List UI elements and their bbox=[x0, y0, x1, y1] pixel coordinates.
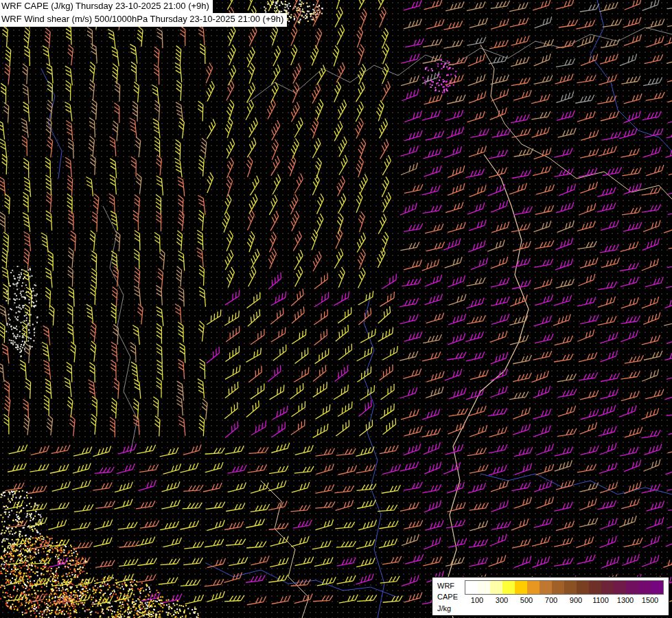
map-canvas bbox=[0, 0, 672, 618]
legend: WRF CAPE J/kg 10030050070090011001300150… bbox=[432, 577, 669, 617]
legend-tick-label: 900 bbox=[570, 596, 582, 604]
legend-color-segment bbox=[478, 581, 490, 594]
legend-color-segment bbox=[527, 581, 540, 594]
legend-text: WRF CAPE J/kg bbox=[437, 580, 458, 615]
legend-color-segment bbox=[614, 581, 626, 594]
map-header: WRF CAPE (J/kg) Thursday 23-10-2025 21:0… bbox=[0, 0, 287, 27]
legend-color-segment bbox=[638, 581, 651, 594]
legend-color-segment bbox=[552, 581, 564, 594]
legend-tick-labels: 100300500700900110013001500 bbox=[465, 595, 664, 605]
legend-tick-label: 1500 bbox=[642, 596, 658, 604]
header-title-cape: WRF CAPE (J/kg) Thursday 23-10-2025 21:0… bbox=[0, 0, 213, 13]
legend-tick-label: 500 bbox=[520, 596, 533, 604]
legend-color-segment bbox=[589, 581, 601, 594]
weather-map: WRF CAPE (J/kg) Thursday 23-10-2025 21:0… bbox=[0, 0, 672, 618]
legend-variable-label: CAPE bbox=[437, 591, 458, 603]
legend-units-label: J/kg bbox=[437, 603, 458, 615]
header-title-shear: WRF Wind shear (m/s) 500/1000hPa Thursda… bbox=[0, 13, 287, 26]
legend-colorbar bbox=[465, 580, 664, 595]
legend-tick-label: 300 bbox=[496, 596, 508, 604]
legend-color-segment bbox=[626, 581, 638, 594]
legend-color-segment bbox=[515, 581, 527, 594]
legend-color-segment bbox=[490, 581, 502, 594]
legend-tick-label: 700 bbox=[545, 596, 557, 604]
legend-scale: 100300500700900110013001500 bbox=[465, 580, 664, 605]
legend-tick-label: 100 bbox=[471, 596, 483, 604]
legend-tick-label: 1100 bbox=[592, 596, 609, 604]
legend-color-segment bbox=[502, 581, 515, 594]
legend-tick-label: 1300 bbox=[617, 596, 634, 604]
legend-color-segment bbox=[577, 581, 589, 594]
legend-color-segment bbox=[601, 581, 614, 594]
legend-model-label: WRF bbox=[437, 580, 458, 592]
legend-color-segment bbox=[540, 581, 552, 594]
legend-color-segment bbox=[651, 581, 663, 594]
legend-color-segment bbox=[564, 581, 577, 594]
legend-color-segment bbox=[465, 581, 478, 594]
